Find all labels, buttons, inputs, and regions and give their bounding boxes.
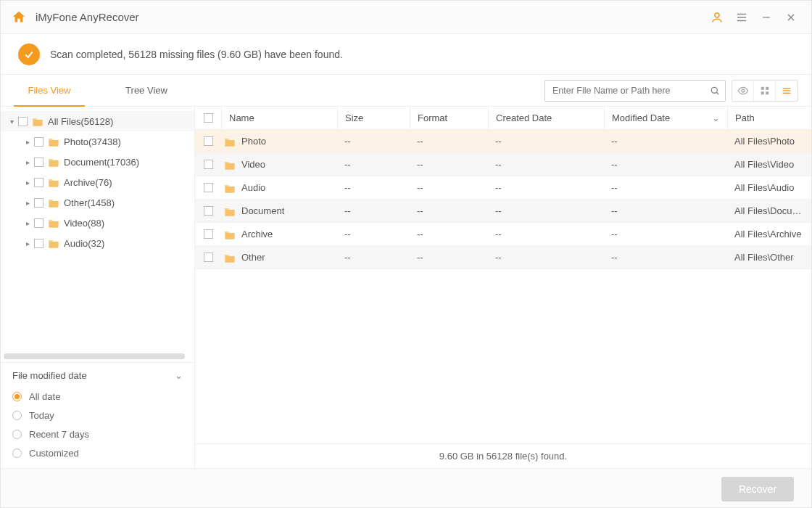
svg-point-9 [742,89,745,92]
row-modified: -- [611,136,618,147]
folder-icon [224,206,236,216]
row-format: -- [417,136,423,147]
sidebar: ▾ All Files(56128) ▸Photo(37438) ▸Docume… [1,107,195,468]
recover-button[interactable]: Recover [721,477,794,501]
folder-icon [48,197,59,208]
checkbox[interactable] [34,218,44,228]
row-checkbox[interactable] [204,253,213,262]
footer: Recover [1,468,811,508]
preview-toggle[interactable] [732,81,754,101]
filter-option-recent-7-days[interactable]: Recent 7 days [12,425,183,443]
view-tabs: Files View Tree View [1,75,195,106]
row-checkbox[interactable] [204,206,213,216]
column-header-name[interactable]: Name [221,107,337,129]
results-table: Name Size Format Created Date Modified D… [195,107,811,443]
filter-option-label: Recent 7 days [29,429,89,440]
row-name: Document [241,205,284,216]
sidebar-scrollbar[interactable] [4,353,185,359]
column-header-created[interactable]: Created Date [488,107,604,129]
chevron-down-icon[interactable]: ▾ [7,118,17,126]
svg-rect-12 [761,91,763,94]
tree-item-photo[interactable]: ▸Photo(37438) [1,131,194,152]
toolbar: Files View Tree View [1,75,811,107]
search-box[interactable] [544,80,726,102]
scan-status-text: Scan completed, 56128 missing files (9.6… [50,49,343,60]
list-view-toggle[interactable] [776,81,798,101]
filter-option-all-date[interactable]: All date [12,387,183,406]
row-checkbox[interactable] [204,160,213,169]
svg-line-8 [716,92,718,94]
select-all-checkbox[interactable] [204,113,213,123]
radio-icon [12,411,22,420]
checkbox[interactable] [34,137,44,147]
table-header: Name Size Format Created Date Modified D… [195,107,811,130]
search-input[interactable] [545,86,705,96]
search-icon[interactable] [705,85,725,97]
tab-tree-view[interactable]: Tree View [98,75,195,106]
check-icon [18,44,40,65]
radio-icon [12,448,22,458]
title-bar: iMyFone AnyRecover [1,1,811,34]
radio-icon [12,392,22,401]
filter-header-label: File modified date [12,370,87,381]
row-checkbox[interactable] [204,229,213,239]
folder-icon [48,177,59,187]
radio-icon [12,430,22,439]
checkbox[interactable] [18,117,28,126]
table-row[interactable]: Document -- -- -- -- All Files\Docu… [195,200,811,223]
chevron-right-icon[interactable]: ▸ [22,239,33,247]
chevron-right-icon[interactable]: ▸ [22,179,33,187]
tree-item-other[interactable]: ▸Other(1458) [1,192,194,213]
home-icon[interactable] [11,9,27,25]
chevron-right-icon[interactable]: ▸ [22,138,33,146]
row-checkbox[interactable] [204,136,213,146]
tab-files-view[interactable]: Files View [1,75,98,106]
tree-item-label: Audio(32) [64,238,104,249]
table-row[interactable]: Archive -- -- -- -- All Files\Archive [195,223,811,246]
filter-panel: File modified date ⌄ All date Today Rece… [1,362,194,468]
table-row[interactable]: Video -- -- -- -- All Files\Video [195,153,811,176]
account-icon[interactable] [707,7,727,28]
tree-root-all-files[interactable]: ▾ All Files(56128) [1,111,194,131]
row-path: All Files\Photo [734,136,795,147]
close-button[interactable] [781,7,801,28]
column-header-modified[interactable]: Modified Date⌄ [604,107,727,129]
tree-item-audio[interactable]: ▸Audio(32) [1,233,194,253]
table-row[interactable]: Audio -- -- -- -- All Files\Audio [195,176,811,200]
folder-icon [224,183,236,193]
sort-chevron-icon[interactable]: ⌄ [712,112,720,123]
summary-text: 9.60 GB in 56128 file(s) found. [439,451,567,462]
content-area: Name Size Format Created Date Modified D… [195,107,811,468]
row-name: Photo [241,136,266,147]
chevron-right-icon[interactable]: ▸ [22,199,33,207]
row-size: -- [344,136,351,147]
column-header-size[interactable]: Size [337,107,410,129]
filter-option-label: Today [29,410,54,421]
minimize-button[interactable] [756,7,776,28]
tree-item-video[interactable]: ▸Video(88) [1,213,194,233]
chevron-right-icon[interactable]: ▸ [22,158,33,166]
filter-option-label: All date [29,391,60,402]
tree-item-archive[interactable]: ▸Archive(76) [1,172,194,192]
checkbox[interactable] [34,239,44,248]
checkbox[interactable] [34,178,44,187]
column-header-format[interactable]: Format [410,107,488,129]
menu-icon[interactable] [732,7,752,28]
tree-item-label: Photo(37438) [64,136,121,147]
grid-view-toggle[interactable] [754,81,776,101]
main-area: ▾ All Files(56128) ▸Photo(37438) ▸Docume… [1,107,811,468]
filter-option-customized[interactable]: Customized [12,443,183,462]
tab-label: Tree View [125,85,167,96]
row-name: Video [241,159,265,170]
chevron-right-icon[interactable]: ▸ [22,219,33,227]
checkbox[interactable] [34,157,44,167]
filter-option-today[interactable]: Today [12,406,183,425]
tree-item-document[interactable]: ▸Document(17036) [1,152,194,172]
row-checkbox[interactable] [204,183,213,192]
filter-header[interactable]: File modified date ⌄ [12,370,183,381]
column-header-path[interactable]: Path [727,107,811,129]
table-row[interactable]: Photo -- -- -- -- All Files\Photo [195,130,811,153]
checkbox[interactable] [34,198,44,208]
folder-icon [224,160,236,170]
table-row[interactable]: Other -- -- -- -- All Files\Other [195,246,811,269]
